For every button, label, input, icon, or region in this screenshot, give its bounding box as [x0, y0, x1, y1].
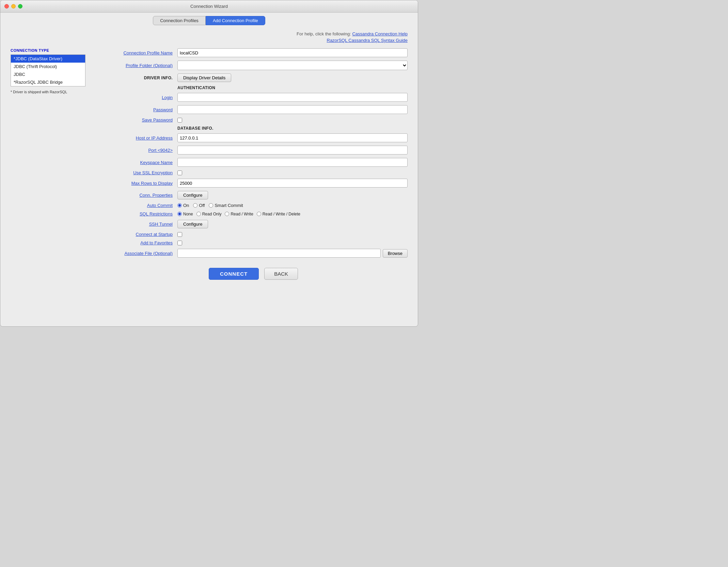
- help-prefix: For help, click the following:: [297, 31, 351, 36]
- max-rows-row: Max Rows to Display: [99, 179, 408, 188]
- max-rows-input[interactable]: [177, 179, 408, 188]
- password-label: Password: [99, 107, 177, 112]
- add-connection-form: For help, click the following: Cassandra…: [92, 28, 408, 320]
- add-to-favorites-checkbox-wrap: [177, 241, 182, 245]
- keyspace-label: Keyspace Name: [99, 160, 177, 165]
- save-password-checkbox[interactable]: [177, 118, 182, 123]
- sql-none-radio[interactable]: [177, 212, 182, 216]
- connect-button[interactable]: CONNECT: [209, 268, 259, 280]
- minimize-button[interactable]: [11, 4, 16, 9]
- save-password-row: Save Password: [99, 117, 408, 123]
- sql-restrictions-label: SQL Restrictions: [99, 211, 177, 216]
- sql-restrictions-radio-group: None Read Only Read / Write Read / Write…: [177, 212, 300, 216]
- main-content: CONNECTION TYPE *JDBC (DataStax Driver) …: [0, 28, 418, 326]
- auto-commit-on-option: On: [177, 203, 189, 208]
- password-input[interactable]: [177, 105, 408, 114]
- sql-read-write-radio[interactable]: [225, 212, 229, 216]
- window-title: Connection Wizard: [190, 4, 228, 9]
- conn-props-label: Conn. Properties: [99, 193, 177, 198]
- sidebar: CONNECTION TYPE *JDBC (DataStax Driver) …: [11, 28, 92, 320]
- add-to-favorites-row: Add to Favorites: [99, 240, 408, 245]
- host-label: Host or IP Address: [99, 135, 177, 141]
- add-to-favorites-checkbox[interactable]: [177, 241, 182, 245]
- profile-name-row: Connection Profile Name: [99, 48, 408, 57]
- conn-props-configure-button[interactable]: Configure: [177, 191, 208, 199]
- connection-item-datastax[interactable]: *JDBC (DataStax Driver): [11, 55, 85, 63]
- host-input[interactable]: [177, 133, 408, 142]
- ssl-checkbox[interactable]: [177, 171, 182, 175]
- razorsql-cassandra-guide-link[interactable]: RazorSQL Cassandra SQL Syntax Guide: [327, 38, 408, 43]
- sql-read-write-delete-radio[interactable]: [257, 212, 261, 216]
- ssl-label: Use SSL Encryption: [99, 170, 177, 175]
- ssh-tunnel-label: SSH Tunnel: [99, 222, 177, 227]
- auto-commit-smart-radio[interactable]: [209, 203, 213, 208]
- tab-connection-profiles[interactable]: Connection Profiles: [153, 16, 206, 25]
- profile-name-input[interactable]: [177, 48, 408, 57]
- conn-props-row: Conn. Properties Configure: [99, 191, 408, 199]
- login-label: Login: [99, 95, 177, 100]
- host-row: Host or IP Address: [99, 133, 408, 142]
- database-section-header: DATABASE INFO.: [177, 126, 408, 131]
- ssl-row: Use SSL Encryption: [99, 170, 408, 175]
- sql-read-write-option: Read / Write: [225, 212, 253, 216]
- add-to-favorites-label: Add to Favorites: [99, 240, 177, 245]
- sql-read-write-delete-option: Read / Write / Delete: [257, 212, 300, 216]
- ssl-checkbox-wrap: [177, 171, 182, 175]
- profile-folder-select[interactable]: [177, 61, 408, 70]
- titlebar: Connection Wizard: [0, 0, 418, 13]
- sql-none-option: None: [177, 212, 193, 216]
- port-input[interactable]: [177, 146, 408, 155]
- connection-item-thrift[interactable]: JDBC (Thrift Protocol): [11, 63, 85, 70]
- profile-name-label: Connection Profile Name: [99, 50, 177, 55]
- login-input[interactable]: [177, 93, 408, 102]
- profile-folder-row: Profile Folder (Optional): [99, 61, 408, 70]
- auto-commit-smart-option: Smart Commit: [209, 203, 243, 208]
- back-button[interactable]: BACK: [264, 268, 298, 280]
- browse-button[interactable]: Browse: [383, 249, 408, 258]
- port-label: Port <9042>: [99, 148, 177, 153]
- auth-section-header: AUTHENTICATION: [177, 85, 408, 90]
- tabs-bar: Connection Profiles Add Connection Profi…: [0, 13, 418, 28]
- save-password-label: Save Password: [99, 117, 177, 123]
- connection-type-title: CONNECTION TYPE: [11, 48, 92, 52]
- auto-commit-off-radio[interactable]: [193, 203, 197, 208]
- keyspace-row: Keyspace Name: [99, 158, 408, 167]
- help-links: For help, click the following: Cassandra…: [99, 31, 408, 43]
- auto-commit-label: Auto Commit: [99, 203, 177, 208]
- max-rows-label: Max Rows to Display: [99, 181, 177, 186]
- maximize-button[interactable]: [18, 4, 22, 9]
- keyspace-input[interactable]: [177, 158, 408, 167]
- password-row: Password: [99, 105, 408, 114]
- connect-at-startup-row: Connect at Startup: [99, 232, 408, 237]
- display-driver-details-button[interactable]: Display Driver Details: [177, 74, 231, 82]
- auto-commit-off-option: Off: [193, 203, 205, 208]
- connect-at-startup-label: Connect at Startup: [99, 232, 177, 237]
- ssh-tunnel-row: SSH Tunnel Configure: [99, 220, 408, 228]
- login-row: Login: [99, 93, 408, 102]
- traffic-lights: [4, 4, 22, 9]
- auto-commit-row: Auto Commit On Off Smart Commit: [99, 203, 408, 208]
- associate-file-input[interactable]: [177, 249, 381, 258]
- connect-at-startup-checkbox-wrap: [177, 232, 182, 237]
- profile-folder-label: Profile Folder (Optional): [99, 63, 177, 68]
- ssh-tunnel-configure-button[interactable]: Configure: [177, 220, 208, 228]
- sql-read-only-option: Read Only: [196, 212, 222, 216]
- associate-file-label: Associate File (Optional): [99, 251, 177, 256]
- connection-type-list: *JDBC (DataStax Driver) JDBC (Thrift Pro…: [11, 54, 85, 86]
- connect-at-startup-checkbox[interactable]: [177, 232, 182, 237]
- tab-add-connection-profile[interactable]: Add Connection Profile: [206, 16, 265, 25]
- driver-info-label: DRIVER INFO.: [99, 76, 177, 80]
- sql-read-only-radio[interactable]: [196, 212, 201, 216]
- auto-commit-on-radio[interactable]: [177, 203, 182, 208]
- bottom-actions: CONNECT BACK: [99, 261, 408, 283]
- close-button[interactable]: [4, 4, 9, 9]
- driver-info-row: DRIVER INFO. Display Driver Details: [99, 74, 408, 82]
- port-row: Port <9042>: [99, 146, 408, 155]
- connection-item-jdbc[interactable]: JDBC: [11, 70, 85, 78]
- associate-file-row: Associate File (Optional) Browse: [99, 249, 408, 258]
- driver-note: * Driver is shipped with RazorSQL: [11, 90, 85, 94]
- cassandra-connection-help-link[interactable]: Cassandra Connection Help: [352, 31, 408, 36]
- auto-commit-radio-group: On Off Smart Commit: [177, 203, 243, 208]
- sql-restrictions-row: SQL Restrictions None Read Only Read / W…: [99, 211, 408, 216]
- connection-item-razorsql[interactable]: *RazorSQL JDBC Bridge: [11, 78, 85, 86]
